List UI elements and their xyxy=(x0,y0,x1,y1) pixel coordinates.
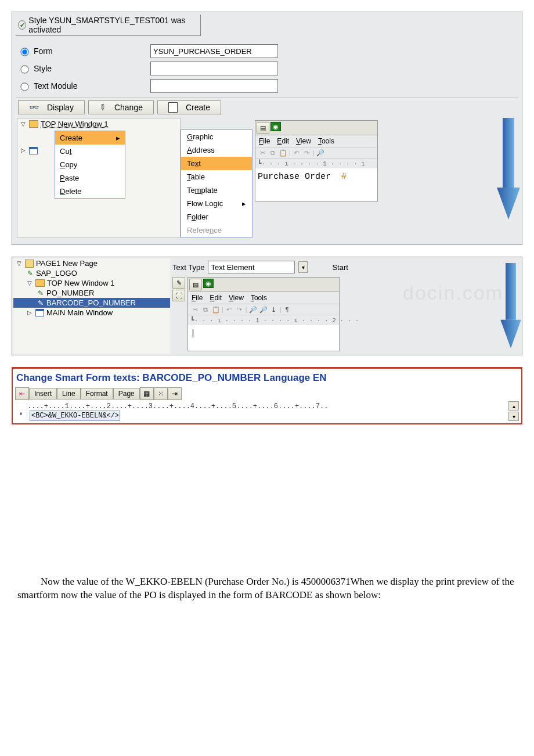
menu-edit[interactable]: Edit xyxy=(277,137,289,145)
editor-line-input[interactable] xyxy=(30,411,120,421)
paste-icon[interactable]: 📋 xyxy=(211,305,221,314)
f4-help-icon[interactable]: ▾ xyxy=(298,261,308,273)
submenu-graphic[interactable]: Graphic xyxy=(181,130,252,143)
display-button[interactable]: 👓 Display xyxy=(18,100,85,114)
page-icon xyxy=(25,260,34,268)
tool-icon-1[interactable]: ✎ xyxy=(172,277,185,289)
window-icon xyxy=(29,147,38,154)
style-name-input[interactable] xyxy=(150,62,278,75)
tree-barcode-po-number[interactable]: ✎ BARCODE_PO_NUMBER xyxy=(13,298,170,308)
tool-icon-c[interactable]: ⇥ xyxy=(168,387,182,400)
context-menu: Create ▸ Cut Copy Paste Delete xyxy=(55,131,125,199)
svg-rect-2 xyxy=(506,263,516,320)
form-name-input[interactable] xyxy=(150,44,278,58)
tree-node-top-window[interactable]: TOP New Window 1 xyxy=(41,120,109,128)
cut-icon[interactable]: ✂ xyxy=(258,149,267,157)
context-cut[interactable]: Cut xyxy=(55,145,125,158)
pencil-icon: ✎ xyxy=(97,102,109,113)
check-icon[interactable]: ◉ xyxy=(203,279,214,288)
form-tree: ▽ PAGE1 New Page ✎ SAP_LOGO ▽ TOP New Wi… xyxy=(13,258,170,354)
expand-icon[interactable]: ▽ xyxy=(20,121,27,127)
start-label: Start xyxy=(332,263,348,272)
tool-icon-a[interactable]: ▦ xyxy=(140,387,154,400)
submenu-template[interactable]: Template xyxy=(181,183,252,197)
tree-main-window[interactable]: ▷ MAIN Main Window xyxy=(13,308,170,318)
editor-ruler-3: ....+....1....+....2....+....3....+....4… xyxy=(27,402,506,411)
radio-text-module[interactable] xyxy=(20,82,28,91)
scroll-up-icon[interactable]: ▴ xyxy=(508,401,519,411)
editor-tool-icon[interactable]: ▤ xyxy=(257,122,269,134)
copy-icon[interactable]: ⧉ xyxy=(268,149,277,157)
text-type-input[interactable] xyxy=(208,261,295,273)
editor-ruler: ┗· · · ı · · · · 1 · · · · ı xyxy=(255,159,377,168)
context-delete[interactable]: Delete xyxy=(55,185,125,198)
context-copy[interactable]: Copy xyxy=(55,158,125,171)
submenu-table[interactable]: Table xyxy=(181,170,252,183)
submenu-text[interactable]: Text xyxy=(181,157,252,170)
folder-icon xyxy=(35,279,45,287)
pointer-arrow-icon xyxy=(494,118,523,224)
context-paste[interactable]: Paste xyxy=(55,171,125,185)
status-bar: ✔ Style YSUN_SMARTSTYLE_TEST001 was acti… xyxy=(16,15,201,36)
submenu-folder[interactable]: Folder xyxy=(181,210,252,224)
cut-icon[interactable]: ✂ xyxy=(190,305,200,314)
text-editor-preview: ▤ ◉ File Edit View Tools ✂ ⧉ 📋 | ↶ ↷ | xyxy=(255,120,378,201)
text-editor-preview-2: ▤ ◉ File Edit View Tools ✂ ⧉ 📋 | ↶ ↷ | xyxy=(187,277,340,351)
paragraph-icon[interactable]: ¶ xyxy=(283,305,292,314)
radio-style[interactable] xyxy=(20,65,28,73)
back-icon[interactable]: ⇤ xyxy=(15,387,29,400)
menu-tools[interactable]: Tools xyxy=(251,294,267,302)
submenu-flow-logic[interactable]: Flow Logic ▸ xyxy=(181,197,252,210)
paste-icon[interactable]: 📋 xyxy=(279,149,288,157)
submenu-address[interactable]: Address xyxy=(181,143,252,157)
text-editor-window: Change Smart Form texts: BARCODE_PO_NUMB… xyxy=(12,367,522,424)
menu-edit[interactable]: Edit xyxy=(210,294,222,302)
textmodule-name-input[interactable] xyxy=(150,79,278,93)
expand-icon[interactable]: ▷ xyxy=(20,147,27,153)
text-node-icon: ✎ xyxy=(37,300,44,307)
radio-text-module-label: Text Module xyxy=(34,81,77,91)
editor-tool-icon[interactable]: ▤ xyxy=(189,279,202,290)
create-button[interactable]: Create xyxy=(157,100,221,114)
change-button[interactable]: ✎ Change xyxy=(88,100,154,114)
find-next-icon[interactable]: 🔎 xyxy=(259,305,268,314)
body-paragraph: Now the value of the W_EKKO-EBELN (Purch… xyxy=(12,575,522,620)
submenu-arrow-icon: ▸ xyxy=(242,199,246,208)
menu-view[interactable]: View xyxy=(229,294,244,302)
editor-ruler-2: ┗· · · ı · · · · 1 · · · · ı · · · · 2 ·… xyxy=(188,315,339,325)
radio-form[interactable] xyxy=(20,48,28,56)
menu-file[interactable]: File xyxy=(259,137,270,145)
menu-view[interactable]: View xyxy=(296,137,311,145)
page-button[interactable]: Page xyxy=(113,388,140,399)
check-icon[interactable]: ◉ xyxy=(270,122,281,131)
load-icon[interactable]: ⤓ xyxy=(269,305,279,314)
folder-icon xyxy=(29,120,38,128)
redo-icon[interactable]: ↷ xyxy=(235,305,244,314)
insert-button[interactable]: Insert xyxy=(29,388,57,399)
pointer-arrow-icon xyxy=(496,263,525,358)
copy-icon[interactable]: ⧉ xyxy=(201,305,210,314)
redo-icon[interactable]: ↷ xyxy=(302,149,312,157)
undo-icon[interactable]: ↶ xyxy=(292,149,301,157)
svg-rect-0 xyxy=(503,118,514,188)
find-icon[interactable]: 🔎 xyxy=(316,149,325,157)
status-ok-icon: ✔ xyxy=(18,20,26,30)
format-button[interactable]: Format xyxy=(81,388,113,399)
tree-page1[interactable]: ▽ PAGE1 New Page xyxy=(13,258,170,268)
editor-caret: | xyxy=(190,329,196,339)
tool-icon-b[interactable]: ⁙ xyxy=(154,387,168,400)
menu-tools[interactable]: Tools xyxy=(318,137,334,145)
context-create[interactable]: Create ▸ xyxy=(55,131,125,145)
tree-sap-logo[interactable]: ✎ SAP_LOGO xyxy=(13,268,170,278)
format-column[interactable]: * xyxy=(15,412,27,420)
menu-file[interactable]: File xyxy=(192,294,203,302)
find-icon[interactable]: 🔎 xyxy=(248,305,258,314)
scroll-down-icon[interactable]: ▾ xyxy=(508,412,519,421)
tree-po-number[interactable]: ✎ PO_NUMBER xyxy=(13,288,170,298)
submenu-arrow-icon: ▸ xyxy=(116,134,120,142)
tool-icon-2[interactable]: ⛶ xyxy=(172,290,185,301)
editor-title: Change Smart Form texts: BARCODE_PO_NUMB… xyxy=(13,369,521,386)
line-button[interactable]: Line xyxy=(57,388,81,399)
tree-top-window[interactable]: ▽ TOP New Window 1 xyxy=(13,278,170,288)
undo-icon[interactable]: ↶ xyxy=(225,305,234,314)
